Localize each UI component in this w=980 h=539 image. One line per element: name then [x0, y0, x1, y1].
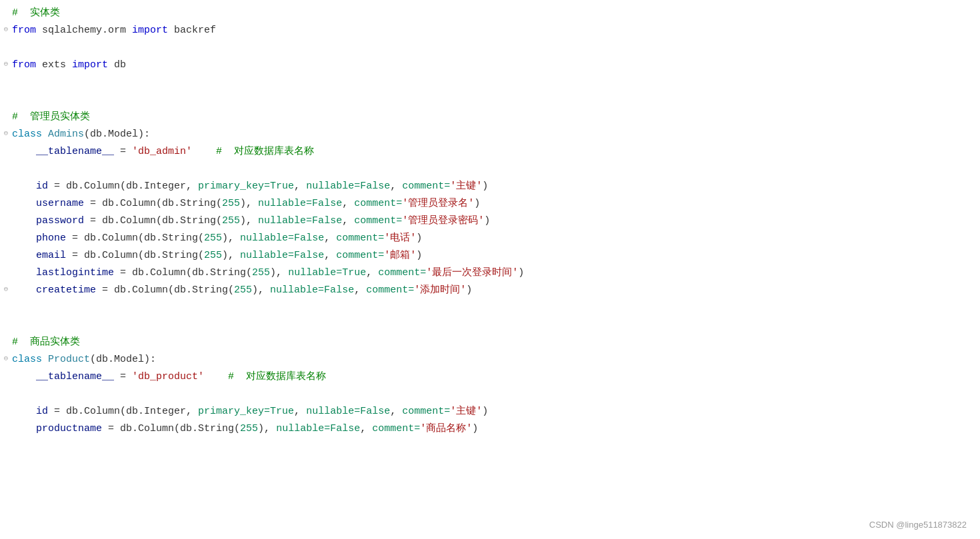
- normal-token: = db.Column(db.String(: [102, 423, 240, 434]
- normal-token: =: [114, 146, 132, 157]
- line-content: # 商品实体类: [12, 334, 973, 350]
- normal-token: ,: [294, 181, 306, 192]
- code-line: password = db.Column(db.String(255), nul…: [0, 213, 980, 231]
- normal-token: = db.Column(db.String(: [66, 233, 204, 244]
- line-content: # 实体类: [12, 5, 973, 21]
- string-val-token: '邮箱': [384, 250, 416, 261]
- attr-name-token: comment=: [378, 267, 426, 278]
- line-content: __tablename__ = 'db_product' # 对应数据库表名称: [12, 369, 973, 385]
- fold-gutter[interactable]: ⊖: [0, 57, 12, 71]
- fold-gutter[interactable]: [0, 265, 12, 267]
- fold-gutter[interactable]: ⊖: [0, 282, 12, 296]
- code-line: # 实体类: [0, 5, 980, 23]
- fold-gutter[interactable]: [0, 231, 12, 232]
- normal-token: [42, 129, 48, 140]
- string-val-token: 'db_admin': [132, 146, 192, 157]
- fold-gutter[interactable]: [0, 334, 12, 336]
- comment-token: # 对应数据库表名称: [216, 146, 314, 157]
- line-content: phone = db.Column(db.String(255), nullab…: [12, 231, 973, 247]
- string-val-token: '管理员登录名': [402, 198, 474, 209]
- normal-token: ,: [366, 267, 378, 278]
- normal-token: ),: [240, 215, 258, 227]
- normal-token: (db.Model):: [84, 129, 150, 140]
- param-name-token: productname: [36, 423, 102, 434]
- attr-name-token: nullable=False: [306, 406, 390, 417]
- normal-token: = db.Column(db.Integer,: [48, 406, 198, 417]
- normal-token: ,: [390, 406, 402, 417]
- number-token: 255: [222, 215, 240, 227]
- comment-token: # 对应数据库表名称: [228, 371, 326, 382]
- string-val-token: 'db_product': [132, 371, 204, 382]
- param-name-token: email: [36, 250, 66, 261]
- string-val-token: '管理员登录密码': [402, 215, 484, 227]
- fold-gutter[interactable]: [0, 109, 12, 111]
- string-val-token: '电话': [384, 233, 416, 244]
- number-token: 255: [252, 267, 270, 278]
- attr-name-token: nullable=True: [288, 267, 366, 278]
- number-token: 255: [204, 233, 222, 244]
- fold-gutter[interactable]: [0, 248, 12, 249]
- kw-class-token: class: [12, 129, 42, 140]
- line-content: username = db.Column(db.String(255), nul…: [12, 196, 973, 212]
- normal-token: ): [474, 198, 480, 209]
- line-content: id = db.Column(db.Integer, primary_key=T…: [12, 179, 973, 195]
- number-token: 255: [204, 250, 222, 261]
- param-name-token: createtime: [36, 284, 96, 296]
- param-name-token: username: [36, 198, 84, 209]
- string-val-token: '最后一次登录时间': [426, 267, 518, 278]
- normal-token: ): [482, 406, 488, 417]
- normal-token: ): [472, 423, 478, 434]
- attr-name-token: nullable=False: [258, 215, 342, 227]
- line-content: password = db.Column(db.String(255), nul…: [12, 213, 973, 229]
- attr-name-token: comment=: [402, 181, 450, 192]
- attr-name-token: primary_key=True: [198, 181, 294, 192]
- attr-name-token: nullable=False: [240, 250, 324, 261]
- code-line: # 管理员实体类: [0, 109, 980, 127]
- code-line: username = db.Column(db.String(255), nul…: [0, 196, 980, 213]
- normal-token: ): [466, 284, 472, 296]
- normal-token: ): [484, 215, 490, 227]
- normal-token: = db.Column(db.String(: [66, 250, 204, 261]
- empty-line: [0, 317, 980, 334]
- fold-gutter[interactable]: ⊖: [0, 352, 12, 365]
- attr-name-token: comment=: [402, 406, 450, 417]
- comment-text: # 管理员实体类: [12, 111, 90, 123]
- normal-token: ),: [270, 267, 288, 278]
- fold-gutter[interactable]: [0, 144, 12, 145]
- comment-text: # 实体类: [12, 7, 60, 19]
- fold-gutter[interactable]: [0, 5, 12, 7]
- code-line: ⊖from exts import db: [0, 57, 980, 75]
- line-content: createtime = db.Column(db.String(255), n…: [12, 282, 973, 298]
- empty-line: [0, 300, 980, 317]
- normal-token: ),: [252, 284, 270, 296]
- normal-token: = db.Column(db.Integer,: [48, 181, 198, 192]
- normal-token: = db.Column(db.String(: [114, 267, 252, 278]
- fold-gutter[interactable]: [0, 369, 12, 370]
- normal-token: ,: [390, 181, 402, 192]
- number-token: 255: [222, 198, 240, 209]
- code-line: productname = db.Column(db.String(255), …: [0, 421, 980, 438]
- string-val-token: '主键': [450, 181, 482, 192]
- fold-gutter[interactable]: [0, 421, 12, 422]
- param-name-token: __tablename__: [36, 146, 114, 157]
- fold-gutter[interactable]: ⊖: [0, 127, 12, 140]
- code-line: __tablename__ = 'db_admin' # 对应数据库表名称: [0, 144, 980, 161]
- normal-token: [192, 146, 216, 157]
- kw-from-token: from: [12, 59, 36, 71]
- fold-gutter[interactable]: [0, 404, 12, 405]
- attr-name-token: nullable=False: [276, 423, 360, 434]
- code-line: # 商品实体类: [0, 334, 980, 352]
- fold-gutter[interactable]: [0, 213, 12, 215]
- attr-name-token: comment=: [366, 284, 414, 296]
- fold-gutter[interactable]: [0, 179, 12, 180]
- string-val-token: '添加时间': [414, 284, 466, 296]
- fold-gutter[interactable]: [0, 196, 12, 197]
- normal-token: (db.Model):: [90, 354, 156, 365]
- line-content: productname = db.Column(db.String(255), …: [12, 421, 973, 437]
- line-content: from exts import db: [12, 57, 973, 73]
- normal-token: ): [416, 233, 422, 244]
- kw-import-token: import: [72, 59, 108, 71]
- fold-gutter[interactable]: ⊖: [0, 23, 12, 36]
- normal-token: ,: [324, 233, 336, 244]
- normal-token: ,: [324, 250, 336, 261]
